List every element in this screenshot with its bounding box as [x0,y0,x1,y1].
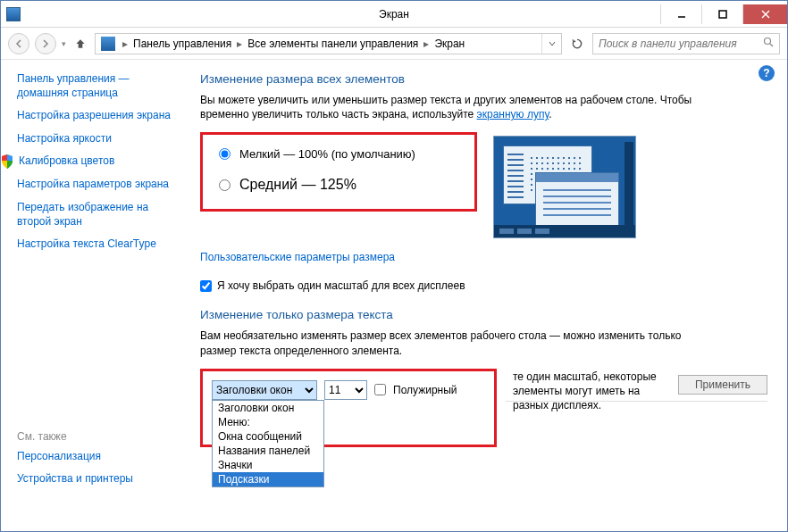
description-text-size: Вам необязательно изменять размер всех э… [200,328,700,357]
dropdown-option-selected[interactable]: Подсказки [213,472,323,486]
sidebar-item-project[interactable]: Передать изображение на второй экран [17,201,177,229]
breadcrumb-item[interactable]: Экран [431,37,468,50]
element-dropdown-list[interactable]: Заголовки окон Меню: Окна сообщений Назв… [212,400,324,487]
single-scale-checkbox[interactable] [200,280,212,292]
breadcrumb-item[interactable]: Панель управления [130,37,235,50]
svg-rect-1 [719,11,726,18]
magnifier-link[interactable]: экранную лупу [477,108,549,121]
shield-icon [1,154,13,169]
breadcrumb-item[interactable]: Все элементы панели управления [244,37,422,50]
history-dropdown-icon[interactable]: ▾ [62,39,66,48]
breadcrumb-dropdown-icon[interactable] [541,34,561,54]
single-scale-label: Я хочу выбрать один масштаб для всех дис… [217,279,465,292]
search-icon[interactable] [758,37,779,50]
description-resize-all: Вы можете увеличить или уменьшить размер… [200,93,700,121]
radio-medium-input[interactable] [219,179,231,191]
svg-point-4 [765,38,771,45]
radio-small-label: Мелкий — 100% (по умолчанию) [239,147,415,161]
heading-resize-all: Изменение размера всех элементов [200,72,767,86]
maximize-button[interactable] [701,4,742,24]
see-also-devices-printers[interactable]: Устройства и принтеры [17,472,177,486]
window-icon [6,7,21,21]
preview-image [493,136,636,238]
sidebar-item-cleartype[interactable]: Настройка текста ClearType [17,237,177,252]
chevron-right-icon[interactable]: ▸ [235,37,244,50]
radio-small-input[interactable] [219,148,231,160]
search-input[interactable] [593,37,758,50]
chevron-right-icon[interactable]: ▸ [422,37,431,50]
minimize-button[interactable] [660,4,701,24]
back-button[interactable] [8,33,29,54]
radio-small[interactable]: Мелкий — 100% (по умолчанию) [219,147,457,161]
dropdown-option[interactable]: Названия панелей [213,444,323,458]
forward-button[interactable] [35,33,56,54]
chevron-right-icon[interactable]: ▸ [121,37,130,50]
up-level-button[interactable] [71,35,89,53]
breadcrumb-bar[interactable]: ▸ Панель управления ▸ Все элементы панел… [95,33,562,54]
sidebar-item-home[interactable]: Панель управления — домашняя страница [17,72,177,100]
radio-medium[interactable]: Средний — 125% [219,177,457,193]
radio-medium-label: Средний — 125% [239,177,356,193]
svg-line-5 [770,44,773,46]
sidebar-item-calibrate[interactable]: Калибровка цветов [19,154,114,169]
see-also-label: См. также [17,430,177,443]
apply-button[interactable]: Применить [678,375,767,395]
size-radio-group: Мелкий — 100% (по умолчанию) Средний — 1… [200,132,477,212]
dropdown-option[interactable]: Заголовки окон [213,401,323,415]
heading-text-size: Изменение только размера текста [200,308,767,321]
search-box[interactable] [592,33,780,54]
sidebar-item-resolution[interactable]: Настройка разрешения экрана [17,109,177,123]
custom-size-link[interactable]: Пользовательские параметры размера [200,251,395,263]
dropdown-option[interactable]: Меню: [213,415,323,429]
sidebar-item-display-settings[interactable]: Настройка параметров экрана [17,178,177,192]
dropdown-option[interactable]: Значки [213,458,323,472]
help-icon[interactable]: ? [759,65,775,81]
close-button[interactable] [742,4,787,24]
see-also-personalization[interactable]: Персонализация [17,450,177,464]
refresh-button[interactable] [567,34,587,54]
sidebar-item-brightness[interactable]: Настройка яркости [17,132,177,146]
dropdown-option[interactable]: Окна сообщений [213,429,323,444]
monitor-icon [101,37,115,51]
